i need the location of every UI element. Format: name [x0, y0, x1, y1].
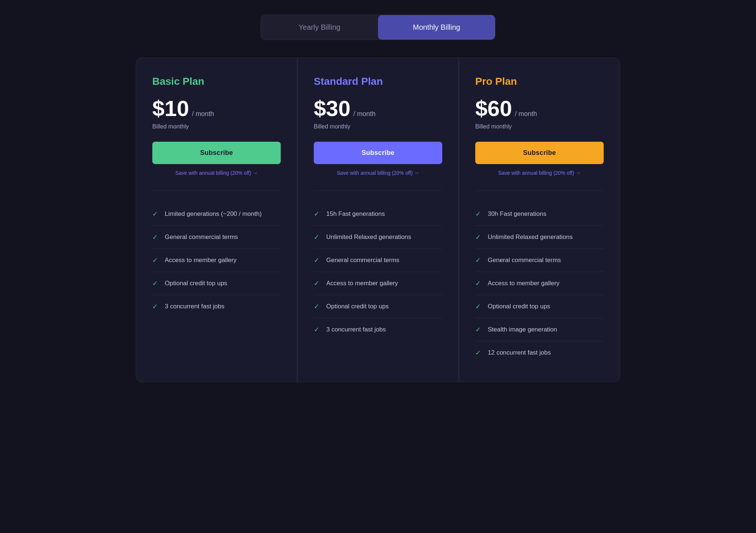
price-period: / month	[192, 110, 214, 118]
subscribe-button-basic[interactable]: Subscribe	[152, 142, 281, 164]
feature-item: ✓ General commercial terms	[152, 226, 281, 249]
feature-text: 3 concurrent fast jobs	[165, 303, 225, 310]
feature-text: General commercial terms	[326, 257, 399, 264]
toggle-container: Yearly Billing Monthly Billing	[261, 15, 495, 40]
check-icon: ✓	[152, 210, 160, 218]
feature-item: ✓ Unlimited Relaxed generations	[314, 226, 442, 249]
price-row: $10 / month	[152, 98, 281, 120]
feature-text: 3 concurrent fast jobs	[326, 326, 386, 333]
features-divider	[314, 191, 442, 191]
price-row: $30 / month	[314, 98, 442, 120]
feature-item: ✓ Unlimited Relaxed generations	[475, 226, 604, 249]
feature-item: ✓ Optional credit top ups	[475, 295, 604, 318]
check-icon: ✓	[152, 233, 160, 241]
plans-container: Basic Plan $10 / month Billed monthly Su…	[136, 58, 620, 382]
price-amount: $60	[475, 98, 512, 120]
feature-item: ✓ Stealth image generation	[475, 318, 604, 341]
check-icon: ✓	[314, 256, 321, 264]
check-icon: ✓	[314, 210, 321, 218]
plan-name: Standard Plan	[314, 76, 442, 87]
feature-item: ✓ General commercial terms	[314, 249, 442, 272]
check-icon: ✓	[314, 302, 321, 311]
check-icon: ✓	[314, 233, 321, 241]
check-icon: ✓	[475, 256, 483, 264]
feature-text: General commercial terms	[488, 257, 561, 264]
feature-text: Stealth image generation	[488, 326, 557, 333]
billing-note: Billed monthly	[475, 123, 604, 130]
feature-text: Optional credit top ups	[488, 303, 550, 310]
feature-text: Access to member gallery	[165, 257, 237, 264]
features-divider	[152, 191, 281, 191]
feature-text: 30h Fast generations	[488, 210, 546, 218]
feature-text: Unlimited Relaxed generations	[488, 233, 573, 241]
check-icon: ✓	[475, 233, 483, 241]
feature-text: Optional credit top ups	[326, 303, 389, 310]
feature-item: ✓ 3 concurrent fast jobs	[314, 318, 442, 341]
billing-toggle: Yearly Billing Monthly Billing	[7, 15, 749, 40]
features-list-basic: ✓ Limited generations (~200 / month) ✓ G…	[152, 203, 281, 318]
yearly-billing-btn[interactable]: Yearly Billing	[261, 15, 378, 40]
feature-item: ✓ 3 concurrent fast jobs	[152, 295, 281, 318]
feature-text: 12 concurrent fast jobs	[488, 349, 551, 356]
save-link-pro[interactable]: Save with annual billing (20% off) →	[475, 170, 604, 176]
check-icon: ✓	[475, 326, 483, 334]
feature-item: ✓ General commercial terms	[475, 249, 604, 272]
feature-text: Limited generations (~200 / month)	[165, 210, 262, 218]
feature-text: General commercial terms	[165, 233, 238, 241]
plan-card-pro: Pro Plan $60 / month Billed monthly Subs…	[459, 58, 620, 382]
features-list-pro: ✓ 30h Fast generations ✓ Unlimited Relax…	[475, 203, 604, 364]
price-row: $60 / month	[475, 98, 604, 120]
plan-name: Basic Plan	[152, 76, 281, 87]
check-icon: ✓	[314, 326, 321, 334]
billing-note: Billed monthly	[152, 123, 281, 130]
save-link-basic[interactable]: Save with annual billing (20% off) →	[152, 170, 281, 176]
feature-item: ✓ 15h Fast generations	[314, 203, 442, 226]
feature-item: ✓ Access to member gallery	[475, 272, 604, 295]
billing-note: Billed monthly	[314, 123, 442, 130]
features-divider	[475, 191, 604, 191]
check-icon: ✓	[152, 279, 160, 287]
subscribe-button-standard[interactable]: Subscribe	[314, 142, 442, 164]
feature-text: Unlimited Relaxed generations	[326, 233, 411, 241]
feature-text: Access to member gallery	[326, 280, 398, 287]
plan-card-standard: Standard Plan $30 / month Billed monthly…	[297, 58, 459, 382]
check-icon: ✓	[152, 256, 160, 264]
feature-item: ✓ Optional credit top ups	[314, 295, 442, 318]
price-period: / month	[353, 110, 375, 118]
save-link-standard[interactable]: Save with annual billing (20% off) →	[314, 170, 442, 176]
subscribe-button-pro[interactable]: Subscribe	[475, 142, 604, 164]
check-icon: ✓	[475, 302, 483, 311]
check-icon: ✓	[475, 279, 483, 287]
feature-item: ✓ Optional credit top ups	[152, 272, 281, 295]
feature-text: 15h Fast generations	[326, 210, 385, 218]
feature-text: Optional credit top ups	[165, 280, 227, 287]
check-icon: ✓	[475, 210, 483, 218]
plan-card-basic: Basic Plan $10 / month Billed monthly Su…	[136, 58, 297, 382]
feature-item: ✓ Access to member gallery	[314, 272, 442, 295]
plan-name: Pro Plan	[475, 76, 604, 87]
feature-item: ✓ 12 concurrent fast jobs	[475, 341, 604, 364]
price-period: / month	[515, 110, 537, 118]
check-icon: ✓	[475, 349, 483, 357]
feature-item: ✓ 30h Fast generations	[475, 203, 604, 226]
check-icon: ✓	[314, 279, 321, 287]
feature-item: ✓ Limited generations (~200 / month)	[152, 203, 281, 226]
features-list-standard: ✓ 15h Fast generations ✓ Unlimited Relax…	[314, 203, 442, 341]
feature-item: ✓ Access to member gallery	[152, 249, 281, 272]
monthly-billing-btn[interactable]: Monthly Billing	[378, 15, 495, 40]
price-amount: $30	[314, 98, 350, 120]
price-amount: $10	[152, 98, 189, 120]
check-icon: ✓	[152, 302, 160, 311]
feature-text: Access to member gallery	[488, 280, 560, 287]
